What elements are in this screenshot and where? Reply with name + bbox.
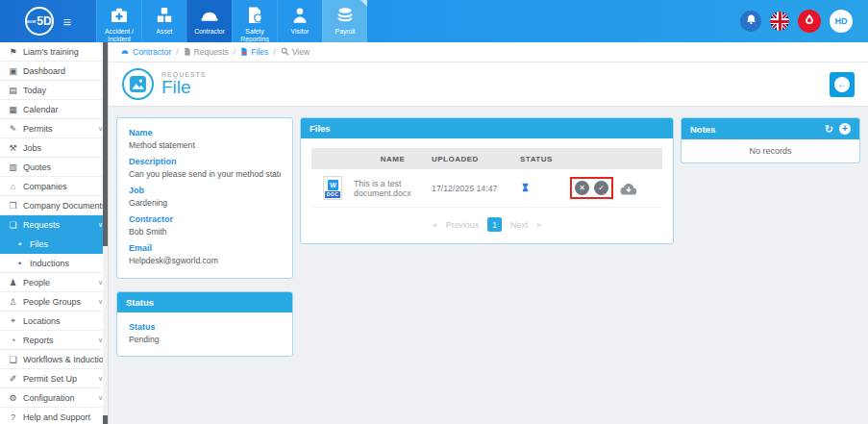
sidebar-item-quotes[interactable]: ▥Quotes	[0, 158, 108, 177]
user-avatar[interactable]: HD	[830, 10, 853, 33]
column-header-name: NAME	[354, 155, 432, 163]
breadcrumb-files[interactable]: Files	[240, 47, 268, 58]
files-table-header: NAME UPLOADED STATUS	[311, 148, 662, 169]
safety-report-icon	[244, 5, 265, 26]
sidebar-item-label: Files	[30, 239, 48, 249]
first-aid-icon	[109, 5, 130, 26]
sidebar-item-training[interactable]: ⚑Liam's training	[0, 42, 108, 62]
sidebar-item-label: Calendar	[23, 105, 59, 114]
topbar-right: HD	[740, 0, 868, 42]
field-label: Job	[129, 186, 281, 195]
main-area: Contractor / Requests / Files / View REQ…	[109, 42, 868, 424]
nav-tab-label: Visitor	[289, 28, 311, 36]
sidebar-item-permit-set-up[interactable]: ✐Permit Set Up∨	[0, 369, 108, 388]
sidebar-item-workflows[interactable]: ❑Workflows & Inductions∨	[0, 350, 108, 369]
asset-icon	[154, 5, 175, 26]
notes-panel: Notes ↻ + No records	[681, 117, 860, 163]
request-details-panel: NameMethod statement DescriptionCan you …	[116, 117, 293, 279]
nav-tab-visitor[interactable]: Visitor	[277, 0, 322, 42]
top-nav: Accident / Incident Asset Contractor Saf…	[96, 0, 367, 42]
doc-type-badge: DOC	[325, 191, 340, 198]
notes-title: Notes	[690, 124, 715, 135]
sidebar-item-jobs[interactable]: ⚒Jobs	[0, 138, 108, 158]
sidebar-item-company-documents[interactable]: ❐Company Documents∨	[0, 196, 108, 215]
sidebar-item-people[interactable]: ♟People∨	[0, 273, 108, 292]
hard-hat-icon	[199, 5, 220, 26]
sidebar-item-label: Requests	[23, 220, 60, 230]
logo-prefix: SGW	[27, 19, 37, 24]
search-icon	[281, 47, 289, 58]
row-actions: ✕ ✓	[570, 177, 662, 199]
back-button[interactable]: ←	[830, 72, 855, 97]
drop-icon	[803, 12, 816, 30]
sidebar-item-label: Help and Support	[23, 412, 90, 422]
nav-tab-safety-reporting[interactable]: Safety Reporting	[232, 0, 277, 42]
sidebar-item-people-groups[interactable]: ♙People Groups∨	[0, 292, 108, 312]
approve-button[interactable]: ✓	[594, 181, 608, 195]
sidebar-item-help-support[interactable]: ?Help and Support	[0, 408, 108, 424]
next-page-link[interactable]: Next	[510, 220, 528, 230]
nav-tab-accident-incident[interactable]: Accident / Incident	[96, 0, 141, 42]
file-name[interactable]: This is a test document.docx	[354, 179, 432, 198]
doc-letter: W	[328, 180, 338, 190]
file-icon	[240, 47, 248, 58]
sidebar-item-label: Workflows & Inductions	[23, 355, 109, 364]
table-row: W DOC This is a test document.docx 17/12…	[311, 169, 662, 208]
documents-icon: ❐	[8, 201, 18, 211]
column-header-uploaded: UPLOADED	[432, 155, 520, 163]
dashboard-icon: ▣	[8, 66, 18, 76]
add-note-button[interactable]: +	[839, 123, 851, 135]
nav-tab-asset[interactable]: Asset	[141, 0, 186, 42]
nav-tab-contractor[interactable]: Contractor	[186, 0, 232, 42]
notifications-button[interactable]	[740, 11, 761, 32]
sidebar-item-inductions[interactable]: •Inductions	[0, 254, 108, 273]
breadcrumb-requests[interactable]: Requests	[184, 47, 229, 58]
scrollbar-thumb[interactable]	[103, 42, 108, 246]
current-page-button[interactable]: 1	[487, 217, 502, 232]
sidebar-item-permits[interactable]: ✎Permits∨	[0, 119, 108, 138]
reject-button[interactable]: ✕	[575, 181, 589, 195]
breadcrumb: Contractor / Requests / Files / View	[109, 42, 868, 62]
permit-setup-icon: ✐	[8, 374, 18, 384]
check-icon: ✓	[598, 185, 605, 192]
content-area: NameMethod statement DescriptionCan you …	[109, 107, 868, 367]
sidebar-item-label: People	[23, 278, 50, 287]
sidebar-scrollbar[interactable]	[103, 42, 108, 424]
sidebar-item-locations[interactable]: ⌖Locations	[0, 312, 108, 331]
sidebar-item-label: Jobs	[23, 143, 41, 153]
sidebar-item-dashboard[interactable]: ▣Dashboard	[0, 62, 108, 81]
nav-tab-label: Accident / Incident	[97, 28, 141, 43]
sidebar-item-reports[interactable]: ◔Reports∨	[0, 331, 108, 350]
permits-icon: ✎	[8, 124, 18, 134]
sidebar-item-requests[interactable]: ❏Requests∨	[0, 215, 108, 235]
scrollbar-end[interactable]	[103, 415, 108, 424]
sidebar-item-label: Dashboard	[23, 66, 65, 76]
hourglass-icon	[520, 187, 531, 196]
sidebar-item-calendar[interactable]: ▦Calendar	[0, 100, 108, 119]
alert-button[interactable]	[798, 10, 821, 33]
menu-toggle-icon[interactable]: ≡	[63, 14, 72, 29]
download-button[interactable]	[619, 181, 638, 196]
previous-page-link[interactable]: Previous	[446, 220, 479, 230]
refresh-icon[interactable]: ↻	[825, 124, 833, 135]
field-value: Bob Smith	[129, 227, 281, 237]
annotation-highlight-box: ✕ ✓	[570, 177, 613, 199]
prev-arrows-icon: «	[433, 220, 437, 230]
topbar: SGW5D ≡ Accident / Incident Asset Contra…	[0, 0, 868, 42]
sidebar-item-today[interactable]: ▤Today	[0, 81, 108, 100]
workflows-icon: ❑	[8, 355, 18, 364]
nav-tab-label: Contractor	[192, 28, 227, 36]
locations-icon: ⌖	[8, 315, 18, 326]
language-flag-uk[interactable]	[770, 12, 789, 31]
field-label: Email	[129, 243, 281, 253]
breadcrumb-contractor[interactable]: Contractor	[120, 47, 171, 58]
sidebar-item-companies[interactable]: ⌂Companies	[0, 177, 108, 196]
app-logo[interactable]: SGW5D	[25, 7, 54, 36]
sidebar-item-files[interactable]: •Files	[0, 235, 108, 254]
sidebar-item-label: Liam's training	[23, 47, 79, 57]
nav-tab-payroll[interactable]: Payroll	[322, 0, 367, 42]
requests-icon: ❏	[8, 220, 18, 230]
people-groups-icon: ♙	[8, 297, 18, 307]
sidebar-item-configuration[interactable]: ⚙Configuration∨	[0, 388, 108, 408]
breadcrumb-view[interactable]: View	[281, 47, 310, 58]
